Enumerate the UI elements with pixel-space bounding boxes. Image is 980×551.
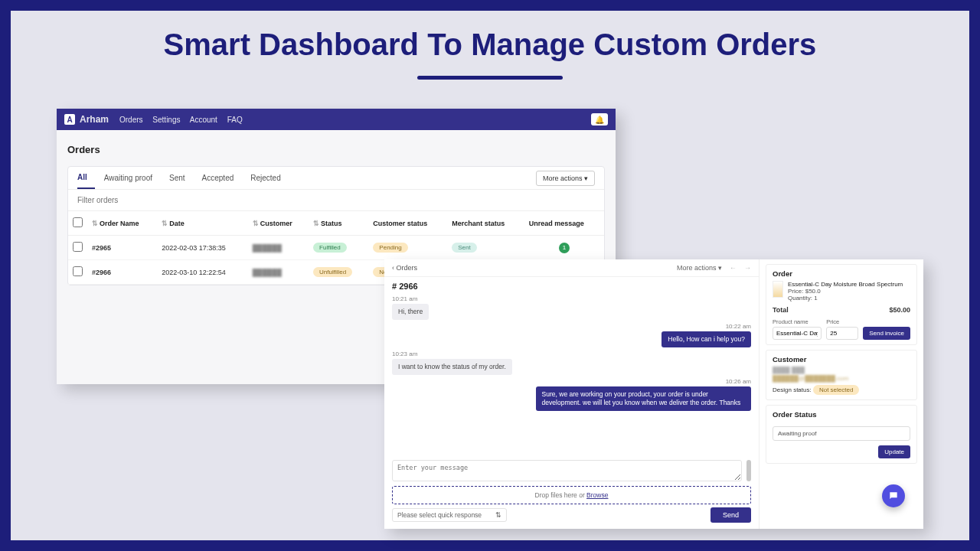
top-nav: Orders Settings Account FAQ bbox=[119, 116, 250, 124]
product-name: Essential-C Day Moisture Broad Spectrum bbox=[788, 281, 903, 288]
tab-all[interactable]: All bbox=[77, 167, 95, 189]
product-price: $50.0 bbox=[805, 288, 821, 295]
customer-card: Customer ████ ███ ██████@███████.com Des… bbox=[766, 350, 917, 400]
nav-faq[interactable]: FAQ bbox=[227, 116, 243, 124]
detail-more-actions[interactable]: More actions ▾ bbox=[677, 264, 722, 272]
tab-accepted[interactable]: Accepted bbox=[202, 168, 242, 188]
page-headline: Smart Dashboard To Manage Custom Orders bbox=[11, 28, 969, 62]
order-status-card: Order Status Update bbox=[766, 405, 917, 464]
col-unread[interactable]: Unread message bbox=[529, 220, 584, 227]
col-customer-status[interactable]: Customer status bbox=[373, 220, 427, 227]
message-input[interactable] bbox=[392, 460, 742, 481]
quick-response-select[interactable]: Please select quick response ⇅ bbox=[392, 508, 507, 522]
col-order-name[interactable]: Order Name bbox=[100, 220, 139, 227]
chevron-updown-icon: ⇅ bbox=[495, 511, 501, 519]
chat-icon bbox=[888, 491, 899, 501]
brand-name: Arham bbox=[80, 114, 109, 125]
total-label: Total bbox=[773, 306, 789, 314]
tab-rejected[interactable]: Rejected bbox=[250, 168, 288, 188]
tab-awaiting[interactable]: Awaiting proof bbox=[104, 168, 160, 188]
message-timestamp: 10:26 am bbox=[392, 378, 751, 385]
design-status-badge: Not selected bbox=[813, 385, 859, 395]
file-dropzone[interactable]: Drop files here or Browse bbox=[392, 486, 751, 504]
send-invoice-button[interactable]: Send invoice bbox=[863, 327, 910, 340]
order-status-select[interactable] bbox=[773, 426, 910, 441]
design-status-label: Design status: bbox=[773, 386, 812, 393]
col-status[interactable]: Status bbox=[321, 220, 342, 227]
sort-icon[interactable]: ⇅ bbox=[162, 220, 168, 227]
message-timestamp: 10:23 am bbox=[392, 350, 751, 357]
browse-link[interactable]: Browse bbox=[586, 491, 608, 499]
select-all-checkbox[interactable] bbox=[73, 217, 83, 227]
orders-title: Orders bbox=[67, 144, 605, 155]
customer-card-title: Customer bbox=[773, 355, 910, 364]
dropzone-text: Drop files here or bbox=[535, 491, 587, 499]
order-reference: # 2966 bbox=[384, 277, 759, 292]
filter-orders-input[interactable] bbox=[68, 190, 604, 211]
nav-account[interactable]: Account bbox=[190, 116, 217, 124]
chat-fab[interactable] bbox=[882, 484, 905, 507]
message-timestamp: 10:22 am bbox=[392, 323, 751, 330]
product-name-field-label: Product name bbox=[773, 318, 822, 325]
sort-icon[interactable]: ⇅ bbox=[253, 220, 259, 227]
col-customer[interactable]: Customer bbox=[260, 220, 292, 227]
product-price-label: Price: bbox=[788, 288, 803, 295]
prev-order-arrow-icon[interactable]: ← bbox=[730, 264, 737, 272]
product-qty: 1 bbox=[814, 295, 817, 302]
message-timestamp: 10:21 am bbox=[392, 295, 751, 302]
product-qty-label: Quantity: bbox=[788, 295, 812, 302]
tab-sent[interactable]: Sent bbox=[169, 168, 193, 188]
notifications-button[interactable]: 🔔 bbox=[591, 113, 608, 126]
order-card-title: Order bbox=[773, 269, 910, 278]
product-name-input[interactable] bbox=[773, 327, 822, 340]
send-button[interactable]: Send bbox=[710, 507, 751, 523]
table-row[interactable]: #29652022-02-03 17:38:35██████FulfilledP… bbox=[68, 236, 604, 260]
message-incoming: Hi, there bbox=[392, 304, 429, 320]
price-field-label: Price bbox=[826, 318, 858, 325]
next-order-arrow-icon[interactable]: → bbox=[744, 264, 751, 272]
nav-orders[interactable]: Orders bbox=[119, 116, 143, 124]
sort-icon[interactable]: ⇅ bbox=[92, 220, 98, 227]
customer-email: ██████@███████.com bbox=[773, 375, 910, 382]
orders-more-actions[interactable]: More actions ▾ bbox=[536, 171, 595, 186]
nav-settings[interactable]: Settings bbox=[152, 116, 180, 124]
order-status-title: Order Status bbox=[773, 410, 910, 419]
bell-icon: 🔔 bbox=[595, 116, 604, 124]
scrollbar[interactable] bbox=[746, 460, 751, 481]
back-to-orders[interactable]: ‹ Orders bbox=[392, 264, 417, 272]
brand-logo-icon: A bbox=[64, 114, 75, 125]
order-card: Order Essential-C Day Moisture Broad Spe… bbox=[766, 264, 917, 345]
product-thumbnail bbox=[773, 281, 783, 298]
total-value: $50.00 bbox=[889, 306, 910, 314]
app-topbar: A Arham Orders Settings Account FAQ 🔔 bbox=[57, 109, 616, 130]
order-detail-panel: ‹ Orders More actions ▾ ← → # 2966 10:21… bbox=[384, 259, 923, 529]
message-outgoing: Hello, How can i help you? bbox=[662, 331, 751, 347]
col-date[interactable]: Date bbox=[169, 220, 185, 227]
customer-name: ████ ███ bbox=[773, 367, 910, 373]
row-checkbox[interactable] bbox=[73, 266, 83, 276]
headline-underline bbox=[417, 76, 563, 80]
col-merchant-status[interactable]: Merchant status bbox=[452, 220, 505, 227]
message-outgoing: Sure, we are working on your product, yo… bbox=[536, 386, 751, 411]
update-button[interactable]: Update bbox=[878, 445, 910, 458]
sort-icon[interactable]: ⇅ bbox=[313, 220, 319, 227]
quick-response-placeholder: Please select quick response bbox=[397, 511, 482, 519]
message-incoming: I want to know the status of my order. bbox=[392, 359, 512, 375]
row-checkbox[interactable] bbox=[73, 242, 83, 252]
price-input[interactable] bbox=[826, 327, 858, 340]
